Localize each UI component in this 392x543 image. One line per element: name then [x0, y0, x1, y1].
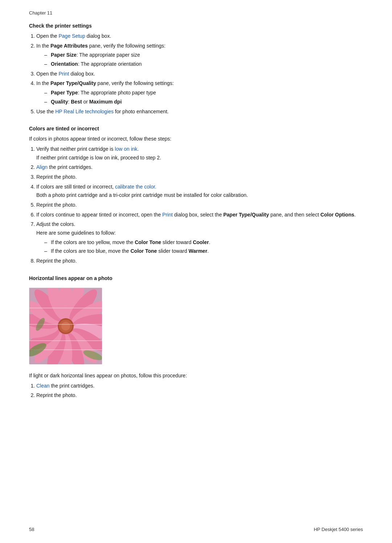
section3-heading: Horizontal lines appear on a photo — [29, 275, 363, 281]
step-3-2: Reprint the photo. — [36, 392, 363, 400]
quality-bold: Quality — [51, 99, 68, 105]
section2-steps: Verify that neither print cartridge is l… — [29, 145, 363, 265]
product-name: HP Deskjet 5400 series — [314, 527, 363, 532]
step-1-5-text2: for photo enhancement. — [114, 109, 169, 114]
step-1-3-text: Open the — [36, 71, 59, 77]
step-2-6: If colors continue to appear tinted or i… — [36, 211, 363, 219]
step-1-3-text2: dialog box. — [69, 71, 95, 77]
calibrate-color-link[interactable]: calibrate the color. — [115, 184, 156, 190]
color-tone-bold-2: Color Tone — [130, 248, 157, 254]
step-1-5-text: Use the — [36, 109, 55, 114]
step-2-7: Adjust the colors. Here are some guideli… — [36, 220, 363, 255]
flower-image — [29, 288, 102, 364]
page-setup-link[interactable]: Page Setup — [59, 33, 85, 39]
paper-type-bold: Paper Type — [51, 90, 78, 96]
step-1-4-pre: In the Paper Type/Quality pane, verify t… — [36, 80, 174, 86]
svg-point-22 — [61, 322, 70, 331]
step-2-1-note: If neither print cartridge is low on ink… — [36, 154, 363, 162]
step-2-8-text: Reprint the photo. — [36, 258, 77, 264]
section2-heading: Colors are tinted or incorrect — [29, 126, 363, 131]
subitem-quality: Quality: Best or Maximum dpi — [51, 98, 363, 106]
clean-link[interactable]: Clean — [36, 383, 50, 389]
step-1-2-subitems: Paper Size: The appropriate paper size O… — [36, 51, 363, 68]
chapter-label: Chapter 11 — [29, 10, 363, 16]
page-attributes-bold: Page Attributes — [50, 43, 88, 49]
paper-type-quality-bold-2: Paper Type/Quality — [223, 212, 269, 218]
step-1-5: Use the HP Real Life technologies for ph… — [36, 108, 363, 116]
subitem-paper-size: Paper Size: The appropriate paper size — [51, 51, 363, 59]
page-container: Chapter 11 Check the printer settings Op… — [0, 0, 392, 543]
section2-intro: If colors in photos appear tinted or inc… — [29, 135, 363, 143]
best-bold: Best — [71, 99, 82, 105]
step-2-8: Reprint the photo. — [36, 257, 363, 265]
section3-steps: Clean the print cartridges. Reprint the … — [29, 382, 363, 400]
cooler-bold: Cooler — [193, 239, 209, 245]
step-1-2-pre: In the Page Attributes pane, verify the … — [36, 43, 166, 49]
section1-steps: Open the Page Setup dialog box. In the P… — [29, 32, 363, 116]
print-link-1[interactable]: Print — [59, 71, 69, 77]
subitem-orientation: Orientation: The appropriate orientation — [51, 60, 363, 68]
step-1-1: Open the Page Setup dialog box. — [36, 32, 363, 40]
step-1-1-text: Open the — [36, 33, 59, 39]
low-on-ink-link[interactable]: low on ink. — [115, 146, 139, 152]
step-2-2: Align the print cartridges. — [36, 163, 363, 171]
subitem-blue: If the colors are too blue, move the Col… — [51, 247, 363, 255]
section-check-printer-settings: Check the printer settings Open the Page… — [29, 23, 363, 116]
step-1-4: In the Paper Type/Quality pane, verify t… — [36, 80, 363, 106]
print-link-2[interactable]: Print — [162, 212, 173, 218]
photo-block — [29, 288, 363, 364]
step-2-5-text: Reprint the photo. — [36, 202, 77, 208]
step-2-7-note: Here are some guidelines to follow: — [36, 229, 363, 237]
step-1-1-text2: dialog box. — [85, 33, 111, 39]
align-link[interactable]: Align — [36, 164, 48, 170]
step-3-1: Clean the print cartridges. — [36, 382, 363, 390]
step-3-1-text2: the print cartridges. — [50, 383, 95, 389]
section-horizontal-lines: Horizontal lines appear on a photo — [29, 275, 363, 400]
step-2-4: If colors are still tinted or incorrect,… — [36, 183, 363, 199]
page-number: 58 — [29, 527, 34, 532]
step-2-6-text2: dialog box, select the Paper Type/Qualit… — [173, 212, 356, 218]
step-1-3: Open the Print dialog box. — [36, 70, 363, 78]
subitem-paper-type: Paper Type: The appropriate photo paper … — [51, 89, 363, 97]
hp-real-life-link[interactable]: HP Real Life technologies — [55, 109, 114, 114]
step-2-7-text: Adjust the colors. — [36, 221, 75, 227]
step-2-7-subitems: If the colors are too yellow, move the C… — [36, 239, 363, 255]
paper-type-quality-bold-1: Paper Type/Quality — [50, 80, 96, 86]
step-3-2-text: Reprint the photo. — [36, 392, 77, 398]
section3-intro: If light or dark horizontal lines appear… — [29, 372, 363, 380]
section-colors-tinted: Colors are tinted or incorrect If colors… — [29, 126, 363, 265]
step-2-4-note: Both a photo print cartridge and a tri-c… — [36, 191, 363, 199]
color-tone-bold-1: Color Tone — [135, 239, 161, 245]
color-options-bold: Color Options — [320, 212, 354, 218]
step-1-2: In the Page Attributes pane, verify the … — [36, 42, 363, 68]
orientation-bold: Orientation — [51, 61, 78, 67]
step-2-3: Reprint the photo. — [36, 173, 363, 181]
max-dpi-bold: Maximum dpi — [89, 99, 122, 105]
step-2-1-text: Verify that neither print cartridge is — [36, 146, 115, 152]
step-2-3-text: Reprint the photo. — [36, 174, 77, 180]
section1-heading: Check the printer settings — [29, 23, 363, 29]
flower-svg — [29, 288, 102, 364]
step-2-5: Reprint the photo. — [36, 201, 363, 209]
step-2-6-text: If colors continue to appear tinted or i… — [36, 212, 162, 218]
warmer-bold: Warmer — [188, 248, 207, 254]
subitem-yellow: If the colors are too yellow, move the C… — [51, 239, 363, 247]
paper-size-bold: Paper Size — [51, 52, 77, 58]
step-2-2-text2: the print cartridges. — [48, 164, 93, 170]
step-2-4-text: If colors are still tinted or incorrect, — [36, 184, 115, 190]
step-2-1: Verify that neither print cartridge is l… — [36, 145, 363, 162]
step-1-4-subitems: Paper Type: The appropriate photo paper … — [36, 89, 363, 106]
page-footer: 58 HP Deskjet 5400 series — [29, 527, 363, 532]
